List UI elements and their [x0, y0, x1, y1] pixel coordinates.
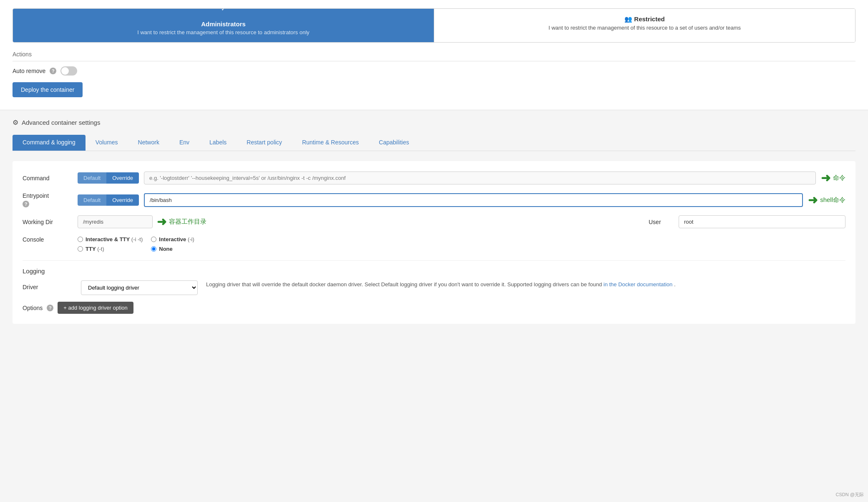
entrypoint-arrow-icon: ➜ — [808, 193, 818, 207]
console-tty-radio[interactable] — [78, 246, 83, 252]
console-interactive-option[interactable]: Interactive (-i) — [151, 236, 216, 242]
auto-remove-help-icon[interactable]: ? — [50, 68, 56, 74]
console-none-option[interactable]: None — [151, 246, 216, 252]
working-dir-label: Working Dir — [23, 219, 73, 225]
restricted-card-desc: I want to restrict the management of thi… — [548, 25, 741, 31]
entrypoint-override-btn[interactable]: Override — [106, 194, 139, 206]
console-none-radio[interactable] — [151, 246, 156, 252]
entrypoint-btn-group: Default Override — [78, 194, 139, 206]
user-label: User — [649, 219, 674, 225]
auto-remove-toggle[interactable] — [60, 66, 77, 76]
tab-capabilities[interactable]: Capabilities — [369, 135, 419, 151]
command-logging-form: Command Default Override ➜ 命令 Entrypoint… — [13, 161, 855, 324]
tab-restart-policy[interactable]: Restart policy — [236, 135, 292, 151]
command-label: Command — [23, 175, 73, 182]
entrypoint-row: Entrypoint ? Default Override ➜ shell命令 — [23, 192, 845, 207]
console-interactive-tty-option[interactable]: Interactive & TTY (-i -t) — [78, 236, 143, 242]
restricted-card-title: 👥Restricted — [624, 15, 664, 23]
user-input[interactable] — [679, 215, 845, 228]
entrypoint-default-btn[interactable]: Default — [78, 194, 106, 206]
tab-runtime-resources[interactable]: Runtime & Resources — [292, 135, 369, 151]
console-tty-option[interactable]: TTY (-t) — [78, 246, 143, 252]
logging-section: Logging Driver Default logging driver Lo… — [23, 260, 845, 314]
command-btn-group: Default Override — [78, 172, 139, 184]
add-logging-option-button[interactable]: + add logging driver option — [58, 302, 133, 314]
advanced-title: ⚙ Advanced container settings — [13, 119, 855, 126]
tab-labels[interactable]: Labels — [199, 135, 236, 151]
advanced-section: ⚙ Advanced container settings Command & … — [0, 110, 868, 332]
console-interactive-radio[interactable] — [151, 237, 156, 242]
tab-volumes[interactable]: Volumes — [86, 135, 128, 151]
entrypoint-input[interactable] — [144, 193, 803, 207]
deploy-button[interactable]: Deploy the container — [13, 82, 83, 97]
auto-remove-label: Auto remove — [13, 68, 45, 74]
admin-access-card[interactable]: ✓ Administrators I want to restrict the … — [13, 9, 434, 42]
command-arrow-icon: ➜ — [821, 171, 830, 185]
console-radio-group: Interactive & TTY (-i -t) Interactive (-… — [78, 236, 216, 252]
actions-label: Actions — [13, 51, 855, 61]
working-dir-row: Working Dir ➜ 容器工作目录 User — [23, 215, 845, 229]
driver-description: Logging driver that will override the de… — [206, 280, 845, 289]
driver-label: Driver — [23, 280, 73, 290]
command-override-btn[interactable]: Override — [106, 172, 139, 184]
driver-row: Driver Default logging driver Logging dr… — [23, 280, 845, 295]
logging-label: Logging — [23, 267, 845, 275]
admin-card-title: Administrators — [201, 20, 246, 28]
entrypoint-annotation: ➜ shell命令 — [808, 193, 845, 207]
auto-remove-row: Auto remove ? — [13, 66, 855, 76]
entrypoint-label-group: Entrypoint ? — [23, 192, 73, 207]
entrypoint-annotation-text: shell命令 — [820, 196, 845, 204]
options-row: Options ? + add logging driver option — [23, 302, 845, 314]
gear-icon: ⚙ — [13, 119, 18, 126]
entrypoint-label: Entrypoint — [23, 192, 73, 199]
options-help-icon[interactable]: ? — [47, 305, 53, 311]
command-default-btn[interactable]: Default — [78, 172, 106, 184]
console-interactive-tty-radio[interactable] — [78, 237, 83, 242]
working-dir-annotation-text: 容器工作目录 — [169, 218, 206, 226]
tab-command-logging[interactable]: Command & logging — [13, 135, 86, 151]
tab-network[interactable]: Network — [128, 135, 169, 151]
tabs-row: Command & logging Volumes Network Env La… — [13, 135, 855, 151]
admin-card-desc: I want to restrict the management of thi… — [137, 29, 309, 35]
working-dir-annotation: ➜ 容器工作目录 — [157, 215, 206, 229]
tab-env[interactable]: Env — [169, 135, 199, 151]
actions-section: Actions Auto remove ? Deploy the contain… — [13, 51, 855, 97]
docker-docs-link[interactable]: in the Docker documentation — [604, 281, 672, 288]
command-annotation: ➜ 命令 — [821, 171, 845, 185]
console-section: Console Interactive & TTY (-i -t) Intera… — [23, 236, 845, 252]
entrypoint-help-icon[interactable]: ? — [23, 201, 29, 207]
console-label: Console — [23, 236, 73, 243]
working-dir-input[interactable] — [78, 215, 153, 228]
command-input[interactable] — [144, 172, 816, 184]
checkmark-icon: ✓ — [218, 8, 229, 15]
working-dir-arrow-icon: ➜ — [157, 215, 166, 229]
access-cards: ✓ Administrators I want to restrict the … — [13, 8, 855, 43]
command-annotation-text: 命令 — [833, 174, 845, 182]
driver-select[interactable]: Default logging driver — [81, 280, 198, 295]
command-row: Command Default Override ➜ 命令 — [23, 171, 845, 185]
options-label: Options — [23, 305, 43, 311]
restricted-access-card[interactable]: 👥Restricted I want to restrict the manag… — [434, 9, 855, 42]
